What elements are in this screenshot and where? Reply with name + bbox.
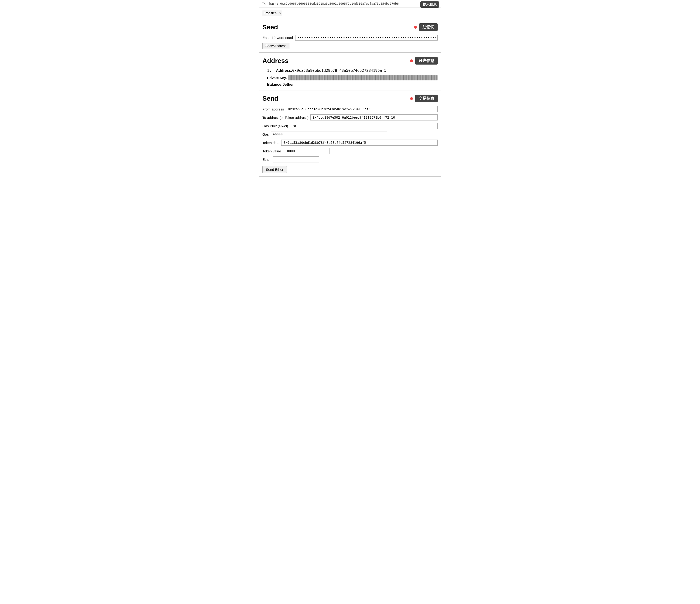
address-dot — [410, 59, 413, 62]
ether-label: Ether — [262, 157, 271, 161]
from-address-label: From address — [262, 107, 284, 111]
ether-row: Ether — [262, 156, 438, 162]
token-value-row: Token value — [262, 148, 438, 154]
token-value-input[interactable] — [283, 148, 329, 154]
seed-badge: 助记词 — [419, 23, 438, 31]
seed-input-label: Enter 12-word seed — [262, 36, 293, 40]
network-row: Ropsten Mainnet Rinkeby Kovan — [259, 7, 441, 19]
seed-dot — [414, 26, 417, 29]
to-address-label: To address(or Token address) — [262, 116, 308, 120]
address-title: Address — [262, 57, 410, 65]
send-dot — [410, 97, 413, 100]
address-item-1: 1. Address:0x9ca53a80ebd1d28b78f43a50e74… — [267, 68, 438, 87]
address-badge: 账户信息 — [415, 57, 438, 65]
send-btn-row: Send Ether — [262, 165, 438, 173]
address-label: Address: — [276, 69, 292, 73]
gas-input[interactable] — [271, 131, 387, 137]
address-section-header: Address 账户信息 — [262, 57, 438, 65]
item-number: 1. — [267, 68, 272, 73]
top-bar: Txn hash: 0xc2c906fd6606388cda1918a0c590… — [259, 0, 441, 7]
send-section-header: Send 交易信息 — [262, 95, 438, 102]
tooltip-badge: 提示信息 — [420, 1, 439, 8]
seed-section: Seed 助记词 Enter 12-word seed Show Address — [259, 19, 441, 53]
seed-title: Seed — [262, 24, 414, 31]
ether-input[interactable] — [273, 156, 319, 162]
token-data-input[interactable] — [281, 140, 438, 146]
show-address-row: Show Address — [262, 43, 438, 49]
gas-row: Gas — [262, 131, 438, 137]
seed-input-row: Enter 12-word seed — [262, 35, 438, 41]
gas-price-row: Gas Price(Gwei) — [262, 123, 438, 129]
txn-hash: Txn hash: 0xc2c906fd6606388cda1918a0c590… — [262, 2, 438, 5]
address-value: 0x9ca53a80ebd1d28b78f43a50e74e527284196a… — [292, 68, 386, 73]
address-line: 1. Address:0x9ca53a80ebd1d28b78f43a50e74… — [267, 68, 438, 73]
send-section: Send 交易信息 From address To address(or Tok… — [259, 91, 441, 177]
from-address-input[interactable] — [286, 106, 438, 112]
to-address-input[interactable] — [310, 115, 438, 121]
network-select[interactable]: Ropsten Mainnet Rinkeby Kovan — [262, 10, 282, 16]
token-data-row: Token data — [262, 140, 438, 146]
seed-section-header: Seed 助记词 — [262, 23, 438, 31]
to-address-row: To address(or Token address) — [262, 115, 438, 121]
gas-label: Gas — [262, 132, 269, 136]
token-data-label: Token data — [262, 141, 279, 145]
balance-label: Balance: — [267, 82, 283, 86]
private-key-value-blurred — [288, 75, 438, 80]
show-address-button[interactable]: Show Address — [262, 43, 290, 49]
token-value-label: Token value — [262, 149, 281, 153]
balance-value: 0ether — [283, 82, 294, 86]
address-section: Address 账户信息 1. Address:0x9ca53a80ebd1d2… — [259, 53, 441, 91]
gas-price-label: Gas Price(Gwei) — [262, 124, 288, 128]
balance-line: Balance:0ether — [267, 82, 438, 87]
private-key-line: Private Key. — [267, 75, 438, 80]
send-title: Send — [262, 95, 410, 102]
from-address-row: From address — [262, 106, 438, 112]
gas-price-input[interactable] — [290, 123, 438, 129]
seed-input[interactable] — [295, 35, 438, 41]
send-badge: 交易信息 — [415, 95, 438, 102]
send-ether-button[interactable]: Send Ether — [262, 166, 287, 173]
private-key-label: Private Key. — [267, 76, 287, 80]
